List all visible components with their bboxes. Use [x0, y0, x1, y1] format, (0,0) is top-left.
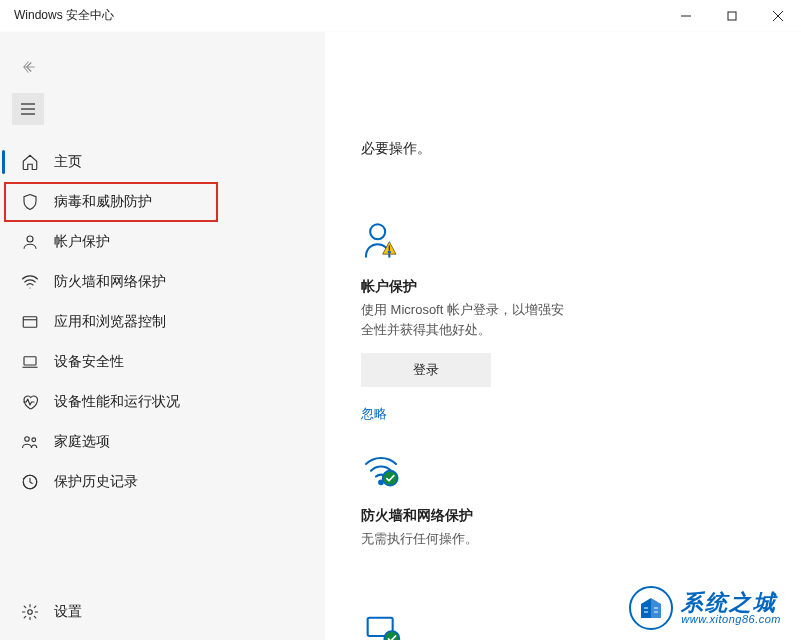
minimize-button[interactable]: [663, 0, 709, 32]
svg-point-16: [28, 610, 33, 615]
nav-family-label: 家庭选项: [54, 433, 110, 451]
wifi-check-icon: [361, 449, 571, 507]
card-firewall-title: 防火墙和网络保护: [361, 507, 571, 525]
history-icon: [20, 472, 40, 492]
nav-device-performance[interactable]: 设备性能和运行状况: [0, 382, 325, 422]
sidebar: 主页 病毒和威胁防护 帐户保护 防火墙和网络保护 应用和浏览器控制 设备安全性 …: [0, 32, 325, 640]
nav-virus-threat[interactable]: 病毒和威胁防护: [4, 182, 218, 222]
login-button[interactable]: 登录: [361, 353, 491, 387]
nav-settings[interactable]: 设置: [0, 590, 325, 634]
svg-rect-1: [728, 12, 736, 20]
card-account-protection: 帐户保护 使用 Microsoft 帐户登录，以增强安全性并获得其他好处。 登录…: [361, 220, 571, 423]
nav-account-protection[interactable]: 帐户保护: [0, 222, 325, 262]
nav-history-label: 保护历史记录: [54, 473, 138, 491]
nav-family-options[interactable]: 家庭选项: [0, 422, 325, 462]
person-icon: [20, 232, 40, 252]
app-icon: [20, 312, 40, 332]
nav-settings-label: 设置: [54, 603, 82, 621]
svg-point-13: [25, 437, 30, 442]
hamburger-menu-button[interactable]: [12, 93, 44, 125]
home-icon: [20, 152, 40, 172]
shield-icon: [20, 192, 40, 212]
card-firewall-desc: 无需执行任何操作。: [361, 529, 571, 549]
watermark-text-cn: 系统之城: [681, 592, 781, 614]
nav-perf-label: 设备性能和运行状况: [54, 393, 180, 411]
svg-point-17: [370, 224, 385, 239]
nav-device-security[interactable]: 设备安全性: [0, 342, 325, 382]
nav-appbrowser-label: 应用和浏览器控制: [54, 313, 166, 331]
dismiss-link[interactable]: 忽略: [361, 405, 387, 423]
gear-icon: [20, 602, 40, 622]
nav-home[interactable]: 主页: [0, 142, 325, 182]
top-message: 必要操作。: [361, 140, 783, 158]
nav-virus-label: 病毒和威胁防护: [54, 193, 152, 211]
main-content: 必要操作。 帐户保护: [325, 32, 801, 640]
laptop-check-icon: [361, 611, 571, 641]
card-account-desc: 使用 Microsoft 帐户登录，以增强安全性并获得其他好处。: [361, 300, 571, 339]
nav-home-label: 主页: [54, 153, 82, 171]
heart-pulse-icon: [20, 392, 40, 412]
svg-point-14: [32, 438, 36, 442]
svg-point-21: [383, 471, 398, 486]
card-account-title: 帐户保护: [361, 278, 571, 296]
svg-rect-9: [23, 317, 37, 328]
svg-point-19: [389, 251, 391, 253]
person-warning-icon: [361, 220, 571, 278]
svg-point-8: [27, 236, 33, 242]
watermark-logo-icon: [629, 586, 673, 630]
card-device-security: 设备安全性 查看状态并管理硬件安全功能。: [361, 611, 571, 641]
window-title: Windows 安全中心: [14, 7, 114, 24]
svg-rect-11: [24, 357, 36, 365]
nav-protection-history[interactable]: 保护历史记录: [0, 462, 325, 502]
close-button[interactable]: [755, 0, 801, 32]
watermark: 系统之城 www.xitong86.com: [629, 586, 781, 630]
family-icon: [20, 432, 40, 452]
titlebar: Windows 安全中心: [0, 0, 801, 32]
nav-app-browser[interactable]: 应用和浏览器控制: [0, 302, 325, 342]
laptop-icon: [20, 352, 40, 372]
card-firewall: 防火墙和网络保护 无需执行任何操作。: [361, 449, 571, 549]
nav-device-label: 设备安全性: [54, 353, 124, 371]
back-button[interactable]: [0, 48, 325, 86]
nav-firewall[interactable]: 防火墙和网络保护: [0, 262, 325, 302]
watermark-text-url: www.xitong86.com: [681, 614, 781, 625]
maximize-button[interactable]: [709, 0, 755, 32]
nav-account-label: 帐户保护: [54, 233, 110, 251]
nav-firewall-label: 防火墙和网络保护: [54, 273, 166, 291]
wifi-icon: [20, 272, 40, 292]
